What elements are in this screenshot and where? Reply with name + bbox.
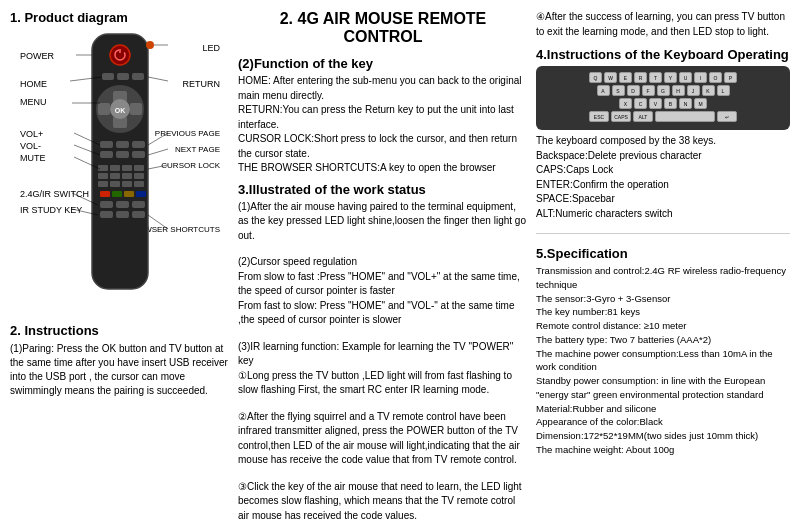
svg-rect-30 (110, 181, 120, 187)
kb-row-4: ESC CAPS ALT ↵ (542, 111, 784, 122)
key-e: E (619, 72, 632, 83)
key-h: H (672, 85, 685, 96)
key-l: L (717, 85, 730, 96)
svg-rect-34 (112, 191, 122, 197)
key-v: V (649, 98, 662, 109)
key-n: N (679, 98, 692, 109)
left-column: 1. Product diagram POWER HOME MENU VOL+ … (10, 10, 230, 521)
learning-note: ④After the success of learning, you can … (536, 10, 790, 39)
key-g: G (657, 85, 670, 96)
key-i: I (694, 72, 707, 83)
key-t: T (649, 72, 662, 83)
svg-line-53 (148, 165, 168, 169)
keyboard-title: 4.Instructions of the Keyboard Operating (536, 47, 790, 62)
spec-line-10: Dimension:172*52*19MM(two sides just 10m… (536, 429, 790, 443)
function-section: (2)Function of the key HOME: After enter… (238, 56, 528, 176)
svg-rect-28 (134, 173, 144, 179)
key-s: S (612, 85, 625, 96)
key-k: K (702, 85, 715, 96)
key-alt: ALT (633, 111, 653, 122)
key-u: U (679, 72, 692, 83)
key-w: W (604, 72, 617, 83)
svg-rect-40 (100, 211, 113, 218)
svg-text:OK: OK (115, 107, 126, 114)
key-p: P (724, 72, 737, 83)
kb-row-3: X C V B N M (542, 98, 784, 109)
work-status-title: 3.Illustrated of the work status (238, 182, 528, 197)
svg-line-56 (148, 215, 168, 229)
spec-line-2: The sensor:3-Gyro + 3-Gsensor (536, 292, 790, 306)
key-q: Q (589, 72, 602, 83)
svg-rect-37 (100, 201, 113, 208)
svg-rect-24 (134, 165, 144, 171)
svg-rect-6 (117, 73, 129, 80)
key-f: F (642, 85, 655, 96)
keyboard-section: 4.Instructions of the Keyboard Operating… (536, 47, 790, 221)
svg-rect-41 (116, 211, 129, 218)
spec-line-9: Appearance of the color:Black (536, 415, 790, 429)
divider (536, 233, 790, 234)
key-o: O (709, 72, 722, 83)
svg-rect-32 (134, 181, 144, 187)
svg-rect-33 (100, 191, 110, 197)
spec-line-5: The battery type: Two 7 batteries (AAA*2… (536, 333, 790, 347)
key-c: C (634, 98, 647, 109)
spec-line-7: Standby power consumption: in line with … (536, 374, 790, 402)
svg-rect-36 (136, 191, 146, 197)
right-column: ④After the success of learning, you can … (536, 10, 790, 521)
key-j: J (687, 85, 700, 96)
svg-line-52 (148, 149, 168, 155)
key-enter: ↵ (717, 111, 737, 122)
svg-rect-35 (124, 191, 134, 197)
key-x: X (619, 98, 632, 109)
svg-rect-27 (122, 173, 132, 179)
ir-text1: ①Long press the TV button ,LED light wil… (238, 369, 528, 398)
svg-rect-16 (116, 141, 129, 148)
cursor-text: From slow to fast :Press "HOME" and "VOL… (238, 270, 528, 328)
middle-column: 2. 4G AIR MOUSE REMOTE CONTROL (2)Functi… (238, 10, 528, 521)
product-diagram-title: 1. Product diagram (10, 10, 230, 25)
svg-rect-17 (132, 141, 145, 148)
key-d: D (627, 85, 640, 96)
function-text: HOME: After entering the sub-menu you ca… (238, 74, 528, 176)
svg-rect-7 (132, 73, 144, 80)
spec-section: 5.Specification Transmission and control… (536, 246, 790, 457)
svg-rect-22 (110, 165, 120, 171)
kb-row-2: A S D F G H J K L (542, 85, 784, 96)
svg-rect-42 (132, 211, 145, 218)
instructions-section: 2. Instructions (1)Paring: Press the OK … (10, 323, 230, 398)
spec-line-6: The machine power consumption:Less than … (536, 347, 790, 375)
spec-line-3: The key number:81 keys (536, 305, 790, 319)
page: 1. Product diagram POWER HOME MENU VOL+ … (0, 0, 800, 531)
svg-point-4 (146, 41, 154, 49)
spec-line-4: Remote control distance: ≥10 meter (536, 319, 790, 333)
remote-svg: OK (20, 29, 220, 309)
keyboard-diagram: Q W E R T Y U I O P A S D F G H (536, 66, 790, 130)
svg-rect-5 (102, 73, 114, 80)
svg-rect-26 (110, 173, 120, 179)
main-title: 2. 4G AIR MOUSE REMOTE CONTROL (238, 10, 528, 46)
spec-line-1: Transmission and control:2.4G RF wireles… (536, 264, 790, 292)
product-diagram-section: 1. Product diagram POWER HOME MENU VOL+ … (10, 10, 230, 309)
spec-line-8: Material:Rubber and silicone (536, 402, 790, 416)
work-status-section: 3.Illustrated of the work status (1)Afte… (238, 182, 528, 524)
svg-line-51 (148, 133, 168, 145)
svg-rect-29 (98, 181, 108, 187)
remote-diagram: POWER HOME MENU VOL+ VOL- MUTE 2.4G/IR S… (20, 29, 220, 309)
kb-row-1: Q W E R T Y U I O P (542, 72, 784, 83)
svg-point-1 (110, 45, 130, 65)
svg-rect-12 (130, 103, 142, 115)
key-space (655, 111, 715, 122)
keyboard-info: The keyboard composed by the 38 keys.Bac… (536, 134, 790, 221)
spec-title: 5.Specification (536, 246, 790, 261)
svg-rect-20 (132, 151, 145, 158)
ir-title: (3)IR learning function: Example for lea… (238, 340, 528, 369)
svg-rect-39 (132, 201, 145, 208)
svg-rect-19 (116, 151, 129, 158)
svg-rect-18 (100, 151, 113, 158)
ir-text2: ②After the flying squirrel and a TV remo… (238, 410, 528, 468)
spec-line-11: The machine weight: About 100g (536, 443, 790, 457)
instructions-title: 2. Instructions (10, 323, 230, 338)
svg-rect-38 (116, 201, 129, 208)
key-m: M (694, 98, 707, 109)
